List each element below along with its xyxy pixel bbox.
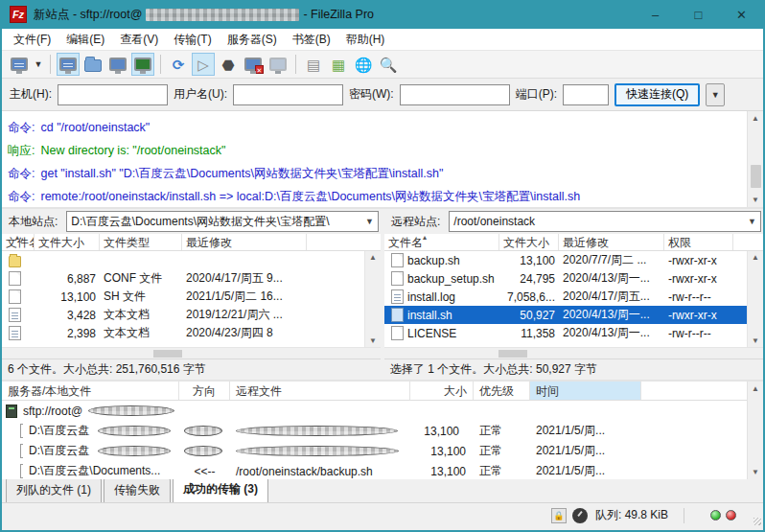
remote-file-row[interactable]: LICENSE 11,358 2020/4/13/周一... -rw-r--r-… [384,324,763,342]
queue-row[interactable]: D:\百度云盘 13,100 正常 2021/1/5/周... [2,441,763,461]
window-title-suffix: - FileZilla Pro [303,8,374,21]
menu-bookmarks[interactable]: 书签(B) [285,30,338,50]
queue-col-local[interactable]: 服务器/本地文件 [2,382,179,400]
close-button[interactable]: ✕ [720,0,763,29]
local-list-scrollbar[interactable]: ▲ ▼ [364,251,381,347]
toggle-remote-tree-icon[interactable] [106,53,129,76]
cancel-operation-icon[interactable]: ⬣ [217,53,240,76]
local-col-modified[interactable]: 最近修改 [182,234,307,250]
local-hscrollbar[interactable] [2,347,381,359]
statusbar-divider [684,508,684,523]
quickconnect-dropdown-icon[interactable]: ▼ [706,83,725,106]
synchronized-browsing-icon[interactable]: 🌐 [352,53,375,76]
local-status-text: 6 个文件。大小总共: 251,760,516 字节 [2,359,381,380]
tab-successful-transfers[interactable]: 成功的传输 (3) [173,477,268,502]
menu-server[interactable]: 服务器(S) [220,30,285,50]
toolbar-separator [160,55,161,74]
queue-row-server[interactable]: sftp://root@ [2,401,763,421]
speed-limit-icon[interactable] [572,508,588,523]
remote-pane: 远程站点: /root/oneinstack ▼ 文件名▴ 文件大小 最近修改 … [384,209,763,380]
host-input[interactable] [58,84,168,105]
red-status-light-icon [726,510,736,520]
remote-file-row[interactable]: install.log 7,058,6... 2020/4/17/周五... -… [384,288,763,306]
queue-col-size[interactable]: 大小 [410,382,474,400]
local-file-row[interactable]: 2,398 文本文档 2020/4/23/周四 8 [2,324,381,342]
menu-edit[interactable]: 编辑(E) [58,30,112,50]
reconnect-icon[interactable] [267,53,290,76]
log-label: 响应: [8,144,35,157]
remote-hscrollbar[interactable] [384,347,763,359]
file-icon [391,308,404,322]
remote-file-row[interactable]: backup_setup.sh 24,795 2020/4/13/周一... -… [384,269,763,288]
file-icon [391,253,404,267]
queue-row[interactable]: D:\百度云盘\Documents... <<-- /root/oneinsta… [2,461,763,479]
username-input[interactable] [233,84,343,105]
local-col-type[interactable]: 文件类型 [100,234,182,250]
disconnect-icon[interactable]: ✕ [242,53,265,76]
menu-file[interactable]: 文件(F) [6,30,58,50]
queue-scrollbar[interactable]: ▲ ▼ [747,382,763,479]
queue-row[interactable]: D:\百度云盘 13,100 正常 2021/1/5/周... [2,421,763,441]
queue-col-remote[interactable]: 远程文件 [230,382,410,400]
queue-tabs: 列队的文件 (1) 传输失败 成功的传输 (3) [2,479,763,502]
local-path-value: D:\百度云盘\Documents\网站数据文件夹\宝塔配置\ [71,214,361,230]
tab-failed-transfers[interactable]: 传输失败 [104,478,171,502]
log-text: cd "/root/oneinstack" [40,121,150,134]
redacted-text [88,405,174,416]
toggle-local-tree-icon[interactable] [81,53,104,76]
chevron-down-icon[interactable]: ▼ [744,217,756,226]
local-file-list: 6,887 CONF 文件 2020/4/17/周五 9... 13,100 S… [2,251,381,347]
local-col-size[interactable]: 文件大小 [35,234,100,250]
redacted-text [236,446,399,456]
quickconnect-button[interactable]: 快速连接(Q) [614,83,700,106]
queue-col-priority[interactable]: 优先级 [474,382,530,400]
toggle-queue-icon[interactable] [131,53,154,76]
local-file-row[interactable]: 3,428 文本文档 2019/12/21/周六 ... [2,306,381,324]
log-line: 响应:New directory is: "/root/oneinstack" [8,139,740,162]
filter-icon[interactable]: ▤ [302,53,325,76]
port-input[interactable] [563,84,609,105]
remote-col-size[interactable]: 文件大小 [499,234,559,250]
log-label: 命令: [8,190,35,203]
remote-col-perms[interactable]: 权限 [664,234,733,250]
file-icon [391,326,404,340]
file-icon [20,464,23,478]
remote-file-row-selected[interactable]: install.sh 50,927 2020/4/13/周一... -rwxr-… [384,306,763,324]
window-controls: – □ ✕ [634,0,763,29]
resize-grip[interactable] [753,518,761,525]
refresh-icon[interactable]: ⟳ [167,53,190,76]
remote-file-row[interactable]: backup.sh 13,100 2020/7/7/周二 ... -rwxr-x… [384,251,763,269]
queue-size-text: 队列: 49.8 KiB [595,507,668,523]
queue-col-direction[interactable]: 方向 [179,382,230,400]
tab-queued-files[interactable]: 列队的文件 (1) [6,478,102,502]
remote-list-scrollbar[interactable]: ▲ ▼ [747,251,763,347]
local-file-row[interactable] [2,251,381,269]
site-manager-icon[interactable] [8,53,31,76]
process-queue-icon[interactable]: ▷ [192,53,215,76]
search-icon[interactable]: 🔍 [377,53,400,76]
directory-comparison-icon[interactable]: ▦ [327,53,350,76]
local-file-row[interactable]: 13,100 SH 文件 2021/1/5/周二 16... [2,288,381,306]
local-file-row[interactable]: 6,887 CONF 文件 2020/4/17/周五 9... [2,269,381,288]
chevron-down-icon[interactable]: ▼ [361,217,374,226]
menu-help[interactable]: 帮助(H) [338,30,393,50]
minimize-button[interactable]: – [634,0,677,29]
window-title: 新站点 - sftp://root@ - FileZilla Pro [34,7,374,23]
queue-col-time[interactable]: 时间 [530,382,641,400]
remote-path-combobox[interactable]: /root/oneinstack ▼ [449,211,761,232]
remote-col-name[interactable]: 文件名▴ [384,234,499,250]
remote-col-modified[interactable]: 最近修改 [559,234,664,250]
text-file-icon [9,326,21,340]
password-input[interactable] [400,84,510,105]
local-path-combobox[interactable]: D:\百度云盘\Documents\网站数据文件夹\宝塔配置\ ▼ [66,211,379,232]
text-file-icon [391,289,404,304]
local-col-name[interactable]: ▴文件名 [2,234,35,250]
menu-view[interactable]: 查看(V) [112,30,166,50]
lock-icon[interactable]: 🔒 [551,508,567,523]
menu-transfer[interactable]: 传输(T) [166,30,219,50]
toggle-message-log-icon[interactable] [57,53,80,76]
local-column-header: ▴文件名 文件大小 文件类型 最近修改 [2,234,381,251]
log-scrollbar[interactable]: ▲ ▼ [747,111,763,207]
maximize-button[interactable]: □ [677,0,720,29]
site-manager-dropdown-icon[interactable]: ▼ [33,53,44,76]
